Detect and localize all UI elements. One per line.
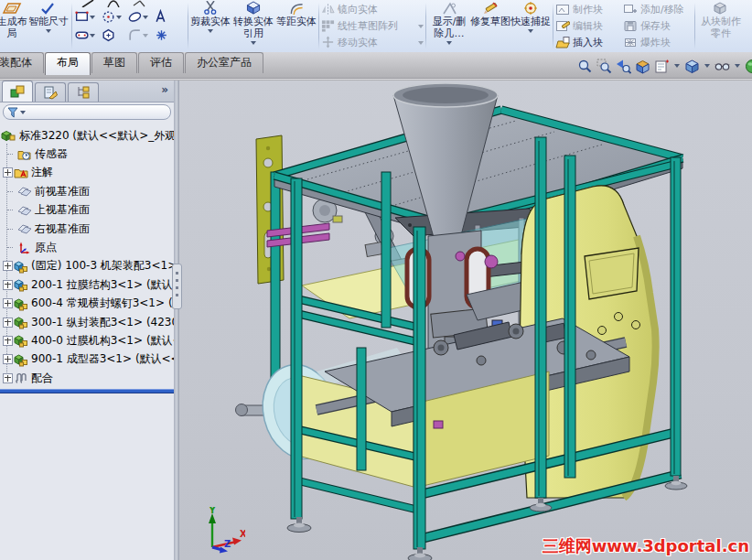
subassembly-icon: [14, 277, 28, 292]
dropdown-arrow-icon[interactable]: [446, 41, 452, 45]
fillet-tool-button[interactable]: [127, 27, 154, 43]
trim-entities-button[interactable]: 剪裁实体: [190, 0, 231, 52]
tree-item-annotations[interactable]: 注解: [0, 164, 174, 182]
ribbon-separator: [318, 3, 319, 49]
dropdown-arrow-icon[interactable]: [143, 34, 148, 38]
repair-sketch-button[interactable]: 修复草图: [470, 0, 510, 52]
expand-box-icon[interactable]: [3, 373, 13, 383]
edit-block-button[interactable]: 编辑块: [555, 17, 621, 34]
make-block-button[interactable]: 制作块: [555, 1, 621, 17]
circular-pattern-tool-button[interactable]: [101, 9, 127, 25]
tree-filter-input[interactable]: [3, 104, 171, 120]
tree-item-former[interactable]: 900-1 成型器3<1> (默认<<: [0, 350, 174, 369]
panel-expand-chevron[interactable]: »: [161, 83, 168, 96]
dropdown-arrow-icon[interactable]: [704, 64, 710, 68]
dropdown-arrow-icon[interactable]: [46, 29, 51, 33]
move-entities-button[interactable]: 移动实体: [321, 34, 424, 50]
tree-item-mates[interactable]: 配合: [0, 369, 174, 387]
add-remove-button[interactable]: 添加/移除: [623, 1, 693, 17]
sketch-text-button[interactable]: [154, 9, 172, 25]
display-delete-relations-button[interactable]: 显示/删除几…: [428, 0, 470, 52]
tree-item-horizontal-seal-screw[interactable]: 600-4 常规横封螺钉3<1> (默: [0, 295, 174, 313]
ellipse-icon: [127, 9, 143, 25]
save-block-button[interactable]: 保存块: [623, 17, 693, 34]
display-style-icon[interactable]: [684, 59, 700, 74]
tree-item-origin[interactable]: 原点: [0, 238, 174, 256]
create-layout-button[interactable]: 生成布局: [0, 0, 27, 52]
expand-box-icon[interactable]: [3, 354, 13, 364]
dropdown-arrow-icon[interactable]: [674, 64, 680, 68]
tab-office-products[interactable]: 办公室产品: [185, 52, 263, 73]
tree-item-film-feed-mechanism[interactable]: 400-0 过膜机构3<1> (默认<: [0, 331, 174, 350]
previous-view-icon[interactable]: [616, 59, 631, 74]
dropdown-arrow-icon[interactable]: [735, 64, 740, 68]
dropdown-arrow-icon[interactable]: [418, 25, 424, 28]
expand-box-icon[interactable]: [3, 318, 13, 328]
create-layout-icon: [2, 1, 22, 15]
tab-layout[interactable]: 布局: [45, 52, 91, 75]
tree-item-frame-assembly[interactable]: (固定) 100-3 机架装配3<1>: [0, 257, 174, 275]
tree-item-front-plane[interactable]: 前视基准面: [0, 182, 174, 200]
expand-box-icon[interactable]: [3, 280, 13, 290]
mirror-entities-button[interactable]: 镜向实体: [321, 1, 424, 17]
make-part-from-block-button[interactable]: 从块制作零件: [697, 0, 745, 52]
configuration-manager-tab[interactable]: [68, 82, 99, 102]
command-tab-strip: 装配体 布局 草图 评估 办公室产品: [0, 52, 752, 81]
rollback-bar[interactable]: [0, 389, 174, 393]
filter-funnel-icon: [7, 106, 18, 118]
watermark-text: 三维网www.3dportal.cn: [543, 535, 749, 557]
tree-item-sensors[interactable]: 传感器: [0, 145, 174, 163]
expand-box-icon[interactable]: [3, 261, 13, 271]
expand-box-icon[interactable]: [3, 298, 13, 308]
graphics-viewport[interactable]: Y X Z 三维网www.3dportal.cn: [179, 81, 752, 560]
heads-up-view-toolbar: [577, 56, 752, 76]
tree-root-assembly[interactable]: 标准3220 (默认<<默认>_外观 显: [0, 126, 174, 145]
feature-tree-tab[interactable]: [2, 81, 33, 102]
dropdown-arrow-icon[interactable]: [90, 34, 95, 38]
hide-show-items-icon[interactable]: [714, 59, 730, 74]
explode-block-button[interactable]: 爆炸块: [623, 34, 693, 50]
insert-block-button[interactable]: 插入块: [555, 34, 621, 50]
polygon-icon: [101, 27, 116, 43]
linear-sketch-pattern-button[interactable]: 线性草图阵列: [321, 17, 424, 34]
tab-evaluate[interactable]: 评估: [138, 52, 184, 73]
edit-appearance-icon[interactable]: [745, 59, 752, 74]
expand-box-icon[interactable]: [3, 336, 13, 346]
dropdown-arrow-icon[interactable]: [418, 41, 424, 45]
save-block-icon: [623, 20, 638, 32]
tree-item-top-plane[interactable]: 上视基准面: [0, 201, 174, 220]
dropdown-arrow-icon[interactable]: [251, 41, 256, 45]
tree-item-vertical-seal-assembly[interactable]: 300-1 纵封装配3<1> (4230: [0, 313, 174, 331]
convert-entities-button[interactable]: 转换实体引用: [231, 0, 276, 52]
zoom-fit-icon[interactable]: [577, 59, 593, 74]
section-view-icon[interactable]: [635, 59, 650, 74]
zoom-to-area-icon[interactable]: [596, 59, 612, 74]
rectangle-tool-button[interactable]: [74, 9, 101, 25]
tab-assembly[interactable]: 装配体: [0, 52, 44, 73]
quick-snaps-button[interactable]: 快速捕捉: [510, 0, 551, 52]
dropdown-arrow-icon[interactable]: [20, 111, 26, 114]
ellipse-tool-button[interactable]: [127, 9, 154, 25]
dropdown-arrow-icon[interactable]: [143, 16, 148, 19]
property-manager-tab[interactable]: [35, 82, 66, 102]
point-tool-button[interactable]: [154, 27, 172, 43]
slot-tool-button[interactable]: [74, 27, 101, 43]
machine-3d-model[interactable]: [179, 81, 752, 560]
polygon-tool-button[interactable]: [101, 27, 127, 43]
dropdown-arrow-icon[interactable]: [90, 16, 95, 19]
dropdown-arrow-icon[interactable]: [528, 29, 533, 33]
z-axis-label: Z: [224, 539, 231, 549]
panel-splitter-handle[interactable]: [172, 264, 182, 309]
dropdown-arrow-icon[interactable]: [116, 16, 122, 19]
smart-dimension-button[interactable]: 智能尺寸: [27, 0, 70, 52]
tree-item-film-pull-structure[interactable]: 200-1 拉膜结构3<1> (默认<: [0, 275, 174, 294]
sensor-block[interactable]: [434, 421, 443, 428]
offset-entities-button[interactable]: 等距实体: [276, 0, 317, 52]
tab-sketch[interactable]: 草图: [91, 52, 137, 73]
make-part-from-block-icon: [712, 1, 730, 15]
expand-box-icon[interactable]: [3, 167, 13, 178]
view-orientation-icon[interactable]: [654, 59, 670, 74]
tree-item-right-plane[interactable]: 右视基准面: [0, 220, 174, 238]
dropdown-arrow-icon[interactable]: [208, 29, 213, 33]
sketch-fillet-icon: [127, 27, 143, 43]
